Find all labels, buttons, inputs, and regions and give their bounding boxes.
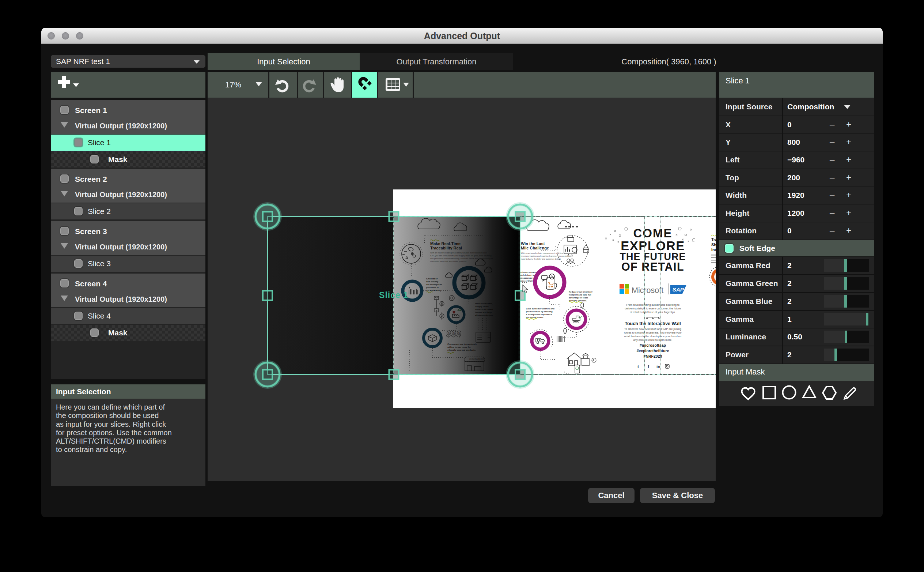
svg-text:Slice 1: Slice 1 [379, 291, 408, 300]
